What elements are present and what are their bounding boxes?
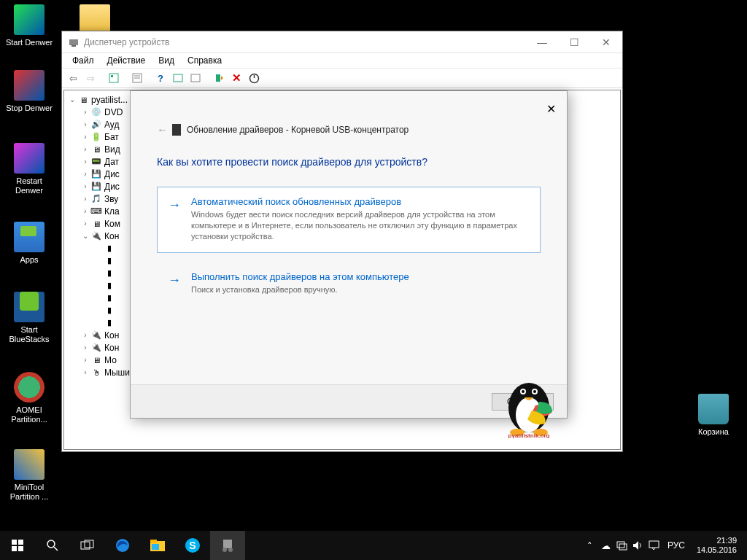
desktop-icon-recycle-bin[interactable]: Корзина bbox=[687, 394, 740, 437]
desktop-icon-minitool[interactable]: MiniTool Partition ... bbox=[3, 449, 55, 502]
usb-device-icon: ▮ bbox=[104, 317, 115, 329]
menu-help[interactable]: Справка bbox=[182, 54, 228, 67]
menu-action[interactable]: Действие bbox=[101, 54, 152, 67]
svg-line-25 bbox=[54, 547, 58, 551]
svg-point-35 bbox=[222, 548, 227, 552]
expand-icon[interactable]: › bbox=[80, 356, 90, 364]
category-icon: ⌨ bbox=[90, 206, 102, 217]
expand-icon[interactable]: ⌄ bbox=[80, 232, 90, 240]
taskbar-app-explorer[interactable] bbox=[140, 531, 175, 560]
expand-icon[interactable]: › bbox=[80, 182, 90, 190]
svg-rect-39 bbox=[649, 541, 659, 548]
expand-icon[interactable]: › bbox=[80, 331, 90, 339]
arrow-right-icon: → bbox=[168, 198, 181, 213]
cancel-button[interactable]: Отмена bbox=[492, 393, 554, 411]
svg-point-36 bbox=[228, 548, 233, 552]
usb-device-icon: ▮ bbox=[104, 292, 115, 304]
tray-up-icon[interactable]: ˄ bbox=[584, 540, 596, 551]
expand-icon[interactable]: › bbox=[80, 343, 90, 351]
category-icon: 💿 bbox=[90, 106, 102, 118]
menu-view[interactable]: Вид bbox=[152, 54, 180, 67]
svg-text:S: S bbox=[189, 540, 196, 551]
start-button[interactable] bbox=[0, 531, 35, 560]
scan-hardware-button[interactable] bbox=[187, 70, 204, 86]
svg-rect-38 bbox=[619, 544, 627, 550]
svg-rect-30 bbox=[150, 540, 157, 542]
svg-rect-0 bbox=[69, 39, 78, 45]
svg-rect-21 bbox=[18, 540, 23, 545]
back-button[interactable]: ⇦ bbox=[65, 70, 81, 86]
category-icon: 📟 bbox=[90, 156, 102, 168]
category-icon: 🔋 bbox=[90, 131, 102, 143]
properties-button[interactable] bbox=[129, 70, 145, 86]
titlebar[interactable]: Диспетчер устройств — ☐ ✕ bbox=[62, 31, 622, 53]
taskbar-app-edge[interactable] bbox=[105, 531, 140, 560]
option-browse-computer[interactable]: → Выполнить поиск драйверов на этом комп… bbox=[157, 262, 541, 306]
expand-icon[interactable]: › bbox=[80, 195, 90, 203]
forward-button[interactable]: ⇨ bbox=[82, 70, 98, 86]
dialog-question: Как вы хотите провести поиск драйверов д… bbox=[131, 136, 567, 181]
expand-icon[interactable]: › bbox=[80, 368, 90, 376]
desktop-icon-restart-denwer[interactable]: Restart Denwer bbox=[3, 143, 55, 195]
dialog-close-button[interactable]: ✕ bbox=[541, 98, 561, 119]
svg-rect-3 bbox=[111, 75, 113, 77]
help-toolbar-button[interactable]: ? bbox=[152, 70, 169, 86]
tray-network-icon[interactable] bbox=[616, 540, 628, 551]
menu-file[interactable]: Файл bbox=[66, 54, 100, 67]
close-button[interactable]: ✕ bbox=[590, 31, 622, 52]
disable-button[interactable] bbox=[246, 70, 262, 86]
svg-rect-31 bbox=[152, 544, 159, 550]
expand-icon[interactable]: › bbox=[80, 158, 90, 166]
tray-clock[interactable]: 21:39 14.05.2016 bbox=[692, 536, 741, 555]
tray-language[interactable]: РУС bbox=[665, 540, 688, 551]
desktop-icon-stop-denwer[interactable]: Stop Denwer bbox=[3, 70, 55, 113]
svg-rect-7 bbox=[174, 74, 182, 82]
dialog-header: ← Обновление драйверов - Корневой USB-ко… bbox=[131, 91, 567, 136]
tray-action-center-icon[interactable] bbox=[649, 540, 660, 551]
taskbar: S ˄ ☁ РУС 21:39 14.05.2016 bbox=[0, 531, 747, 560]
toolbar: ⇦ ⇨ ? ✕ bbox=[62, 68, 622, 88]
expand-icon[interactable]: › bbox=[80, 145, 90, 153]
tray-onedrive-icon[interactable]: ☁ bbox=[600, 540, 612, 551]
desktop-icon-apps[interactable]: Apps bbox=[3, 222, 55, 265]
update-driver-button[interactable] bbox=[211, 70, 227, 86]
expand-icon[interactable]: › bbox=[80, 120, 90, 128]
taskbar-app-skype[interactable]: S bbox=[175, 531, 210, 560]
category-icon: 🖥 bbox=[90, 218, 102, 230]
option-desc: Поиск и установка драйверов вручную. bbox=[191, 284, 528, 295]
expand-icon[interactable]: › bbox=[80, 219, 90, 228]
task-view-button[interactable] bbox=[70, 531, 105, 560]
desktop-icon-aomei[interactable]: AOMEI Partition... bbox=[3, 372, 55, 424]
expand-icon[interactable]: › bbox=[80, 170, 90, 178]
expand-icon[interactable]: › bbox=[80, 108, 90, 116]
driver-update-dialog: ✕ ← Обновление драйверов - Корневой USB-… bbox=[130, 90, 568, 419]
svg-rect-20 bbox=[12, 540, 17, 545]
expand-icon[interactable]: › bbox=[80, 207, 90, 215]
svg-rect-23 bbox=[18, 546, 23, 551]
menubar: Файл Действие Вид Справка bbox=[62, 53, 622, 68]
desktop-icon-start-denwer[interactable]: Start Denwer bbox=[3, 4, 55, 47]
back-arrow-icon[interactable]: ← bbox=[157, 123, 168, 136]
uninstall-button[interactable]: ✕ bbox=[228, 70, 244, 86]
desktop-icon-bluestacks[interactable]: Start BlueStacks bbox=[3, 290, 55, 344]
search-button[interactable] bbox=[35, 531, 70, 560]
option-auto-search[interactable]: → Автоматический поиск обновленных драйв… bbox=[157, 187, 541, 253]
usb-device-icon: ▮ bbox=[104, 255, 115, 267]
category-icon: 🔌 bbox=[90, 230, 102, 242]
minimize-button[interactable]: — bbox=[526, 31, 558, 52]
maximize-button[interactable]: ☐ bbox=[558, 31, 590, 52]
category-icon: 💾 bbox=[90, 181, 102, 192]
tray-volume-icon[interactable] bbox=[632, 540, 644, 551]
svg-point-24 bbox=[47, 540, 55, 548]
scan-button[interactable] bbox=[170, 70, 186, 86]
show-hide-tree-button[interactable] bbox=[106, 70, 122, 86]
svg-rect-22 bbox=[12, 546, 17, 551]
svg-rect-34 bbox=[223, 540, 232, 548]
taskbar-app-device-manager[interactable] bbox=[210, 531, 245, 560]
expand-icon[interactable]: › bbox=[80, 133, 90, 141]
dialog-title: Обновление драйверов - Корневой USB-конц… bbox=[187, 125, 409, 135]
computer-icon: 🖥 bbox=[77, 94, 89, 106]
window-title: Диспетчер устройств bbox=[84, 37, 526, 47]
collapse-icon[interactable]: ⌄ bbox=[67, 96, 77, 104]
usb-device-icon: ▮ bbox=[104, 305, 115, 316]
